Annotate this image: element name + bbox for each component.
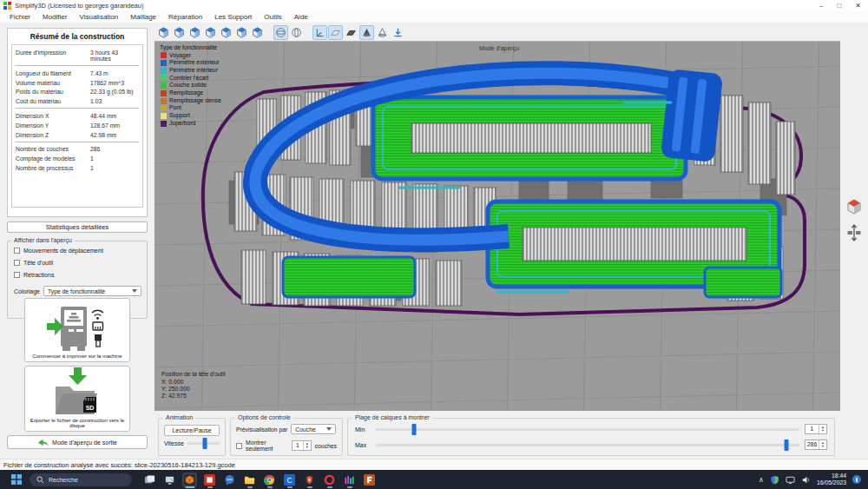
menu-modifier[interactable]: Modifier (36, 13, 73, 21)
menu-aide[interactable]: Aide (288, 13, 314, 21)
menu-outils[interactable]: Outils (258, 13, 287, 21)
summary-label: Nombre de processus (16, 165, 90, 171)
checkbox-retractions[interactable] (14, 272, 20, 278)
layer-count-spinner[interactable]: 1 ▲▼ (292, 440, 312, 451)
view-top-icon[interactable] (187, 25, 202, 40)
legend-swatch (161, 68, 167, 74)
max-layer-spinner[interactable]: 286 ▲▼ (805, 439, 827, 450)
perspective-icon[interactable] (273, 25, 288, 40)
taskbar-app-chrome[interactable] (262, 472, 277, 487)
legend-item: Remplissage dense (160, 97, 221, 105)
search-input[interactable]: Recherche (30, 473, 132, 486)
taskbar-app-simplify3d[interactable] (182, 472, 197, 487)
layer-count-value: 1 (293, 441, 303, 450)
layer-range-group: Plage de calques à montrer Min 1 ▲▼ Max … (347, 418, 835, 456)
checkbox-row: Rétractions (14, 272, 147, 278)
start-button[interactable] (9, 472, 24, 487)
taskbar-app-red-app[interactable] (202, 472, 217, 487)
checkbox-tete-d-outil[interactable] (14, 260, 20, 266)
coloring-select[interactable]: Type de fonctionnalité (43, 286, 141, 296)
summary-value: 17862 mm^3 (90, 80, 139, 86)
show-platform-icon[interactable] (328, 25, 343, 40)
checkbox-row: Tête d'outil (14, 260, 147, 266)
close-button[interactable]: ✕ (855, 1, 861, 10)
security-shield-icon[interactable] (770, 475, 779, 485)
minimize-button[interactable]: – (819, 1, 823, 10)
taskbar-app-c-app[interactable]: C (282, 472, 297, 487)
speed-slider[interactable] (187, 442, 220, 445)
spinner-arrows-icon[interactable]: ▲▼ (819, 440, 826, 449)
show-only-checkbox[interactable] (236, 443, 242, 449)
min-layer-slider[interactable] (376, 428, 799, 431)
drop-to-platform-icon[interactable] (391, 25, 405, 40)
network-display-icon[interactable] (786, 475, 795, 485)
exit-preview-label: Mode d'aperçu de sortie (52, 439, 117, 446)
menu-les-support[interactable]: Les Support (208, 13, 258, 21)
view-right-icon[interactable] (203, 25, 218, 40)
cross-section-icon[interactable] (359, 25, 374, 40)
menu-reparation[interactable]: Réparation (162, 13, 208, 21)
build-summary-title: Résumé de la construction (8, 29, 147, 44)
taskbar-app-file-explorer[interactable] (242, 472, 257, 487)
menu-bar: FichierModifierVisualisationMaillageRépa… (0, 11, 868, 23)
legend-swatch (161, 90, 167, 96)
build-summary-panel: Résumé de la construction Durée d'impres… (7, 28, 148, 217)
taskbar-app-chat-app[interactable] (222, 472, 237, 487)
taskbar-app-media-app[interactable] (342, 472, 357, 487)
windows-logo-icon (10, 473, 23, 486)
orthographic-icon[interactable] (289, 25, 304, 40)
max-slider-thumb[interactable] (785, 439, 789, 451)
taskbar-app-brave[interactable] (302, 472, 317, 487)
view-bottom-icon[interactable] (250, 25, 265, 40)
checkbox-mouvements-de-deplacement[interactable] (14, 248, 20, 254)
play-pause-button[interactable]: Lecture/Pause (164, 425, 220, 436)
solid-platform-icon[interactable] (344, 25, 358, 40)
notification-icon[interactable] (852, 475, 861, 484)
taskbar-app-task-view[interactable] (142, 472, 157, 487)
view-front-icon[interactable] (172, 25, 187, 40)
view-iso-icon[interactable] (156, 25, 171, 40)
model-outline-icon[interactable] (375, 25, 390, 40)
menu-maillage[interactable]: Maillage (124, 13, 162, 21)
checkbox-row: Mouvements de déplacement (14, 248, 147, 254)
maximize-button[interactable]: □ (837, 1, 841, 10)
preview-by-select[interactable]: Couche (291, 424, 336, 434)
taskbar-app-opera[interactable] (322, 472, 337, 487)
taskbar-app-freecad[interactable] (362, 472, 377, 487)
spinner-arrows-icon[interactable]: ▲▼ (303, 441, 311, 450)
speed-slider-thumb[interactable] (203, 438, 207, 449)
build-summary-table: Durée d'impression3 hours 43 minutesLong… (11, 44, 143, 208)
legend-item: Couche solide (160, 82, 221, 89)
clock[interactable]: 18:44 16/05/2023 (817, 472, 846, 487)
menu-visualisation[interactable]: Visualisation (73, 13, 124, 21)
summary-row: Dimension Z42.98 mm (16, 130, 139, 142)
start-print-button[interactable]: Commencer à imprimer sur la machine (24, 298, 130, 362)
speaker-icon[interactable] (801, 475, 811, 485)
search-icon (36, 476, 44, 484)
legend-label: Couche solide (169, 82, 207, 89)
legend-label: Support (169, 112, 190, 120)
3d-preview-viewport[interactable]: Type de fonctionnalité VoyagerPérimètre … (155, 41, 840, 411)
coordinate-axes-icon[interactable] (312, 25, 327, 40)
legend-swatch (161, 52, 167, 58)
detailed-stats-button[interactable]: Statistiques détaillées (7, 221, 148, 233)
orientation-cube-icon[interactable] (845, 197, 864, 216)
view-back-icon[interactable] (234, 25, 249, 40)
preview-controls-bar: Animation Lecture/Pause Vitesse Options … (155, 411, 840, 459)
min-slider-thumb[interactable] (411, 424, 416, 435)
tray-chevron-icon[interactable]: ∧ (759, 476, 764, 484)
cross-section-handle-icon[interactable] (845, 223, 864, 242)
spinner-arrows-icon[interactable]: ▲▼ (819, 425, 826, 433)
app-logo-icon (3, 2, 11, 10)
view-left-icon[interactable] (219, 25, 233, 40)
taskbar-app-remote-device[interactable] (162, 472, 177, 487)
sd-export-icon: SD (45, 367, 109, 418)
legend-swatch (161, 75, 167, 81)
toolhead-title: Position de la tête d'outil (161, 371, 225, 378)
exit-preview-button[interactable]: Mode d'aperçu de sortie (7, 435, 148, 449)
menu-fichier[interactable]: Fichier (3, 13, 36, 21)
max-layer-slider[interactable] (376, 444, 799, 446)
svg-text:SD: SD (86, 404, 95, 410)
export-gcode-button[interactable]: SD Exporter le fichier de construction v… (24, 366, 130, 432)
min-layer-spinner[interactable]: 1 ▲▼ (805, 424, 827, 434)
